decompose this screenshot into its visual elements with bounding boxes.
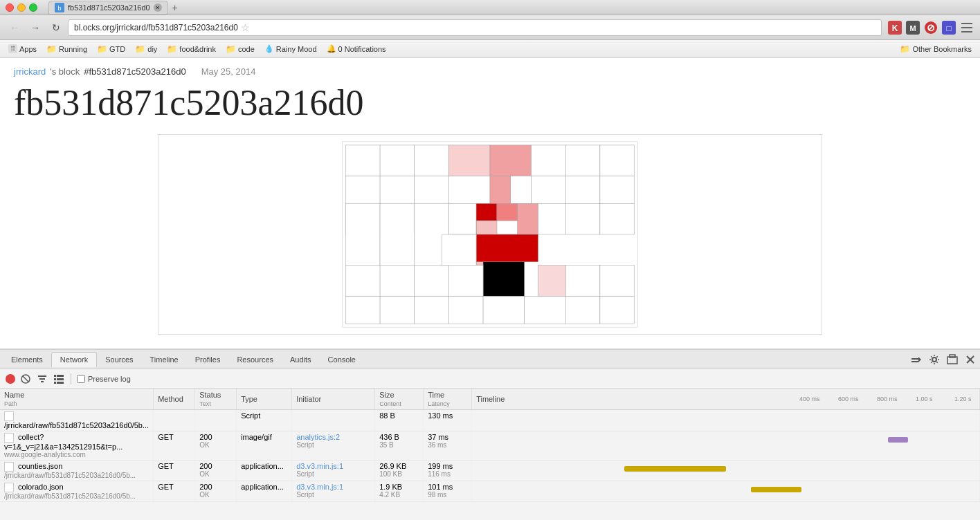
svg-rect-11	[961, 27, 972, 28]
initiator-link[interactable]: analytics.js:2	[296, 433, 340, 441]
row-method: GET	[154, 461, 195, 481]
folder-icon: 📁	[900, 44, 910, 54]
svg-rect-21	[600, 145, 635, 176]
svg-rect-74	[54, 382, 56, 384]
preserve-log-checkbox[interactable]	[77, 375, 85, 383]
row-initiator	[292, 410, 375, 431]
svg-rect-48	[565, 266, 600, 297]
adblock-icon[interactable]: ⊘	[923, 20, 938, 35]
initiator-link[interactable]: d3.v3.min.js:1	[296, 462, 343, 470]
maximize-button[interactable]	[29, 3, 37, 12]
row-icon	[4, 462, 14, 472]
bookmark-code[interactable]: 📁 code	[221, 43, 259, 55]
devtools-close-icon[interactable]	[963, 353, 977, 366]
svg-rect-54	[483, 296, 525, 324]
timeline-bar	[888, 437, 908, 443]
dt-tab-timeline[interactable]: Timeline	[142, 353, 187, 366]
row-initiator: d3.v3.min.js:1 Script	[292, 481, 375, 502]
bookmark-diy[interactable]: 📁 diy	[131, 43, 161, 55]
row-initiator: analytics.js:2 Script	[292, 431, 375, 461]
address-bar[interactable]: bl.ocks.org/jrrickard/fb531d871c5203a216…	[68, 19, 882, 36]
new-tab-button[interactable]: +	[168, 1, 182, 15]
svg-rect-16	[415, 145, 449, 176]
navigation-bar: ← → ↻ bl.ocks.org/jrrickard/fb531d871c52…	[0, 15, 980, 40]
extension-icon[interactable]: □	[941, 20, 956, 35]
tab-close-button[interactable]: ×	[154, 3, 162, 12]
record-button[interactable]	[6, 374, 15, 384]
col-header-initiator: Initiator	[292, 389, 375, 410]
row-time: 37 ms 36 ms	[424, 431, 472, 461]
row-size: 26.9 KB 100 KB	[375, 461, 424, 481]
bookmark-rainy-mood[interactable]: 💧 Rainy Mood	[260, 43, 321, 55]
col-header-timeline: Timeline 400 ms 600 ms 800 ms 1.00 s 1.2…	[472, 389, 980, 410]
author-link[interactable]: jrrickard	[14, 66, 46, 77]
row-status	[195, 410, 237, 431]
svg-rect-37	[518, 203, 538, 234]
svg-rect-55	[525, 296, 566, 324]
minimize-button[interactable]	[17, 3, 26, 12]
row-status: 200 OK	[195, 431, 237, 461]
row-timeline	[472, 481, 980, 502]
dt-tab-audits[interactable]: Audits	[282, 353, 320, 366]
svg-rect-24	[415, 176, 449, 204]
main-content: jrrickard's block #fb531d871c5203a216d0 …	[0, 58, 980, 349]
dt-tab-network[interactable]: Network	[51, 352, 97, 367]
bookmark-running[interactable]: 📁 Running	[42, 43, 91, 55]
row-type: Script	[237, 410, 292, 431]
filter-button[interactable]	[36, 373, 48, 385]
devtools-execute-icon[interactable]	[909, 353, 923, 366]
profile-icon[interactable]: K	[887, 20, 902, 35]
svg-rect-18	[490, 145, 532, 176]
page-subtitle: jrrickard's block #fb531d871c5203a216d0 …	[14, 66, 966, 77]
svg-rect-46	[448, 266, 483, 297]
close-button[interactable]	[6, 3, 14, 12]
other-bookmarks[interactable]: 📁 Other Bookmarks	[896, 43, 976, 55]
tab-title: fb531d871c5203a216d0	[68, 3, 150, 12]
refresh-button[interactable]: ↻	[47, 19, 65, 37]
svg-rect-45	[415, 266, 449, 297]
bookmark-running-label: Running	[59, 45, 87, 53]
dt-tab-resources[interactable]: Resources	[228, 353, 282, 366]
dt-tab-sources[interactable]: Sources	[97, 353, 141, 366]
back-button[interactable]: ←	[6, 19, 24, 37]
table-row: /jrrickard/raw/fb531d871c5203a216d0/5b..…	[0, 410, 980, 431]
svg-rect-26	[490, 176, 511, 204]
menu-button[interactable]	[959, 20, 974, 35]
m-extension-icon[interactable]: M	[905, 20, 920, 35]
devtools-detach-icon[interactable]	[945, 353, 959, 366]
rainy-mood-icon: 💧	[264, 44, 274, 53]
list-view-button[interactable]	[53, 373, 65, 385]
clear-button[interactable]	[19, 373, 32, 385]
dt-tab-console[interactable]: Console	[320, 353, 364, 366]
svg-rect-34	[448, 203, 476, 234]
svg-rect-14	[345, 145, 380, 176]
subtitle-text: 's block	[50, 66, 80, 77]
folder-icon: 📁	[46, 44, 57, 54]
preserve-log-label[interactable]: Preserve log	[77, 375, 131, 383]
row-name: collect?v=1&_v=j21&a=1342512915&t=p...	[4, 433, 122, 451]
svg-text:K: K	[892, 24, 898, 33]
bookmark-notifications[interactable]: 🔔 0 Notifications	[323, 43, 390, 55]
tab-bar: b fb531d871c5203a216d0 × +	[48, 1, 956, 15]
col-header-type: Type	[237, 389, 292, 410]
forward-button[interactable]: →	[26, 19, 44, 37]
row-method: GET	[154, 431, 195, 461]
traffic-lights	[6, 3, 37, 12]
active-tab[interactable]: b fb531d871c5203a216d0 ×	[48, 1, 168, 15]
page-title: fb531d871c5203a216d0	[14, 82, 966, 123]
svg-rect-67	[38, 375, 46, 377]
dt-tab-profiles[interactable]: Profiles	[187, 353, 229, 366]
bookmark-apps[interactable]: ⠿ Apps	[4, 43, 41, 55]
bookmark-star[interactable]: ☆	[241, 22, 250, 33]
row-name-cell: counties.json /jrrickard/raw/fb531d871c5…	[0, 461, 154, 481]
bookmark-gtd[interactable]: 📁 GTD	[93, 43, 129, 55]
svg-rect-69	[41, 381, 44, 382]
table-row: colorado.json /jrrickard/raw/fb531d871c5…	[0, 481, 980, 502]
devtools-panel: Elements Network Sources Timeline Profil…	[0, 349, 980, 520]
svg-rect-62	[950, 355, 955, 358]
dt-tab-elements[interactable]: Elements	[3, 353, 51, 366]
apps-icon: ⠿	[8, 44, 17, 53]
initiator-link[interactable]: d3.v3.min.js:1	[296, 483, 343, 491]
bookmark-food-drink[interactable]: 📁 food&drink	[163, 43, 220, 55]
devtools-settings-icon[interactable]	[927, 353, 941, 366]
